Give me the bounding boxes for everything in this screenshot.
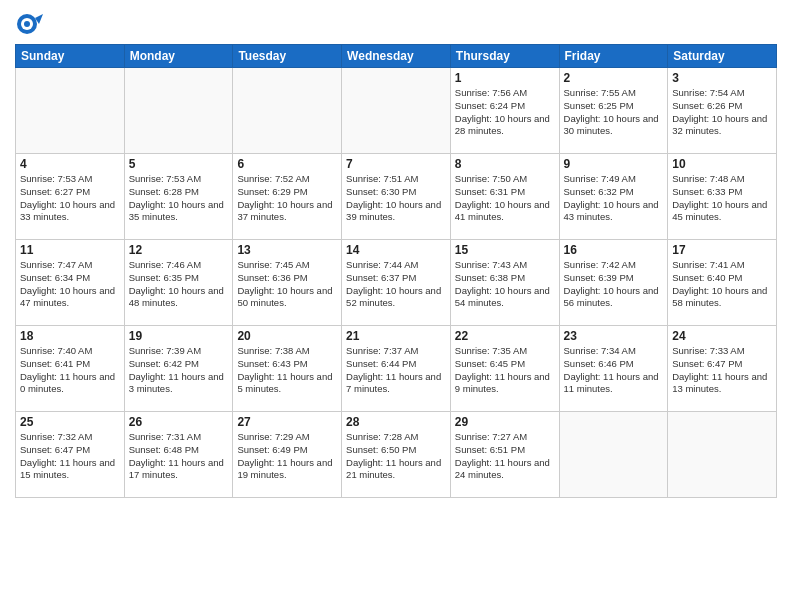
weekday-header-monday: Monday	[124, 45, 233, 68]
day-detail: Sunrise: 7:37 AM Sunset: 6:44 PM Dayligh…	[346, 345, 446, 396]
day-detail: Sunrise: 7:35 AM Sunset: 6:45 PM Dayligh…	[455, 345, 555, 396]
day-detail: Sunrise: 7:28 AM Sunset: 6:50 PM Dayligh…	[346, 431, 446, 482]
calendar-cell: 29Sunrise: 7:27 AM Sunset: 6:51 PM Dayli…	[450, 412, 559, 498]
day-number: 6	[237, 157, 337, 171]
day-number: 11	[20, 243, 120, 257]
calendar-cell: 24Sunrise: 7:33 AM Sunset: 6:47 PM Dayli…	[668, 326, 777, 412]
header	[15, 10, 777, 38]
calendar-cell	[233, 68, 342, 154]
day-detail: Sunrise: 7:51 AM Sunset: 6:30 PM Dayligh…	[346, 173, 446, 224]
day-number: 15	[455, 243, 555, 257]
calendar-cell: 2Sunrise: 7:55 AM Sunset: 6:25 PM Daylig…	[559, 68, 668, 154]
day-number: 24	[672, 329, 772, 343]
calendar-cell	[668, 412, 777, 498]
day-detail: Sunrise: 7:54 AM Sunset: 6:26 PM Dayligh…	[672, 87, 772, 138]
calendar-cell: 19Sunrise: 7:39 AM Sunset: 6:42 PM Dayli…	[124, 326, 233, 412]
week-row-4: 18Sunrise: 7:40 AM Sunset: 6:41 PM Dayli…	[16, 326, 777, 412]
calendar-cell: 10Sunrise: 7:48 AM Sunset: 6:33 PM Dayli…	[668, 154, 777, 240]
week-row-3: 11Sunrise: 7:47 AM Sunset: 6:34 PM Dayli…	[16, 240, 777, 326]
page: SundayMondayTuesdayWednesdayThursdayFrid…	[0, 0, 792, 612]
day-number: 5	[129, 157, 229, 171]
day-detail: Sunrise: 7:55 AM Sunset: 6:25 PM Dayligh…	[564, 87, 664, 138]
day-detail: Sunrise: 7:46 AM Sunset: 6:35 PM Dayligh…	[129, 259, 229, 310]
calendar-cell: 18Sunrise: 7:40 AM Sunset: 6:41 PM Dayli…	[16, 326, 125, 412]
day-detail: Sunrise: 7:53 AM Sunset: 6:28 PM Dayligh…	[129, 173, 229, 224]
day-number: 17	[672, 243, 772, 257]
calendar-cell: 12Sunrise: 7:46 AM Sunset: 6:35 PM Dayli…	[124, 240, 233, 326]
day-detail: Sunrise: 7:47 AM Sunset: 6:34 PM Dayligh…	[20, 259, 120, 310]
day-number: 2	[564, 71, 664, 85]
day-number: 16	[564, 243, 664, 257]
day-detail: Sunrise: 7:33 AM Sunset: 6:47 PM Dayligh…	[672, 345, 772, 396]
svg-point-2	[24, 21, 30, 27]
calendar-cell: 13Sunrise: 7:45 AM Sunset: 6:36 PM Dayli…	[233, 240, 342, 326]
calendar-cell: 27Sunrise: 7:29 AM Sunset: 6:49 PM Dayli…	[233, 412, 342, 498]
day-detail: Sunrise: 7:43 AM Sunset: 6:38 PM Dayligh…	[455, 259, 555, 310]
day-detail: Sunrise: 7:53 AM Sunset: 6:27 PM Dayligh…	[20, 173, 120, 224]
day-detail: Sunrise: 7:29 AM Sunset: 6:49 PM Dayligh…	[237, 431, 337, 482]
calendar-cell: 11Sunrise: 7:47 AM Sunset: 6:34 PM Dayli…	[16, 240, 125, 326]
day-number: 25	[20, 415, 120, 429]
day-number: 8	[455, 157, 555, 171]
calendar-cell: 15Sunrise: 7:43 AM Sunset: 6:38 PM Dayli…	[450, 240, 559, 326]
day-number: 26	[129, 415, 229, 429]
day-detail: Sunrise: 7:41 AM Sunset: 6:40 PM Dayligh…	[672, 259, 772, 310]
day-number: 1	[455, 71, 555, 85]
calendar-cell: 20Sunrise: 7:38 AM Sunset: 6:43 PM Dayli…	[233, 326, 342, 412]
logo	[15, 10, 47, 38]
calendar-cell	[559, 412, 668, 498]
day-detail: Sunrise: 7:38 AM Sunset: 6:43 PM Dayligh…	[237, 345, 337, 396]
day-number: 28	[346, 415, 446, 429]
weekday-row: SundayMondayTuesdayWednesdayThursdayFrid…	[16, 45, 777, 68]
week-row-5: 25Sunrise: 7:32 AM Sunset: 6:47 PM Dayli…	[16, 412, 777, 498]
calendar-cell: 23Sunrise: 7:34 AM Sunset: 6:46 PM Dayli…	[559, 326, 668, 412]
day-number: 27	[237, 415, 337, 429]
calendar-cell: 8Sunrise: 7:50 AM Sunset: 6:31 PM Daylig…	[450, 154, 559, 240]
day-detail: Sunrise: 7:52 AM Sunset: 6:29 PM Dayligh…	[237, 173, 337, 224]
day-number: 22	[455, 329, 555, 343]
weekday-header-friday: Friday	[559, 45, 668, 68]
calendar-cell: 1Sunrise: 7:56 AM Sunset: 6:24 PM Daylig…	[450, 68, 559, 154]
day-detail: Sunrise: 7:45 AM Sunset: 6:36 PM Dayligh…	[237, 259, 337, 310]
calendar-cell	[342, 68, 451, 154]
calendar-cell: 4Sunrise: 7:53 AM Sunset: 6:27 PM Daylig…	[16, 154, 125, 240]
weekday-header-saturday: Saturday	[668, 45, 777, 68]
calendar-cell: 21Sunrise: 7:37 AM Sunset: 6:44 PM Dayli…	[342, 326, 451, 412]
day-number: 20	[237, 329, 337, 343]
day-number: 29	[455, 415, 555, 429]
calendar-cell: 28Sunrise: 7:28 AM Sunset: 6:50 PM Dayli…	[342, 412, 451, 498]
weekday-header-sunday: Sunday	[16, 45, 125, 68]
weekday-header-thursday: Thursday	[450, 45, 559, 68]
day-detail: Sunrise: 7:32 AM Sunset: 6:47 PM Dayligh…	[20, 431, 120, 482]
calendar-cell: 5Sunrise: 7:53 AM Sunset: 6:28 PM Daylig…	[124, 154, 233, 240]
calendar-cell: 25Sunrise: 7:32 AM Sunset: 6:47 PM Dayli…	[16, 412, 125, 498]
logo-icon	[15, 10, 43, 38]
calendar-cell: 22Sunrise: 7:35 AM Sunset: 6:45 PM Dayli…	[450, 326, 559, 412]
calendar-cell: 14Sunrise: 7:44 AM Sunset: 6:37 PM Dayli…	[342, 240, 451, 326]
weekday-header-wednesday: Wednesday	[342, 45, 451, 68]
calendar-cell: 3Sunrise: 7:54 AM Sunset: 6:26 PM Daylig…	[668, 68, 777, 154]
calendar-cell	[16, 68, 125, 154]
day-number: 14	[346, 243, 446, 257]
day-detail: Sunrise: 7:27 AM Sunset: 6:51 PM Dayligh…	[455, 431, 555, 482]
day-detail: Sunrise: 7:31 AM Sunset: 6:48 PM Dayligh…	[129, 431, 229, 482]
day-detail: Sunrise: 7:48 AM Sunset: 6:33 PM Dayligh…	[672, 173, 772, 224]
calendar-cell: 9Sunrise: 7:49 AM Sunset: 6:32 PM Daylig…	[559, 154, 668, 240]
calendar-cell: 6Sunrise: 7:52 AM Sunset: 6:29 PM Daylig…	[233, 154, 342, 240]
day-detail: Sunrise: 7:39 AM Sunset: 6:42 PM Dayligh…	[129, 345, 229, 396]
day-detail: Sunrise: 7:44 AM Sunset: 6:37 PM Dayligh…	[346, 259, 446, 310]
day-number: 12	[129, 243, 229, 257]
day-number: 4	[20, 157, 120, 171]
calendar-cell: 17Sunrise: 7:41 AM Sunset: 6:40 PM Dayli…	[668, 240, 777, 326]
day-detail: Sunrise: 7:34 AM Sunset: 6:46 PM Dayligh…	[564, 345, 664, 396]
week-row-1: 1Sunrise: 7:56 AM Sunset: 6:24 PM Daylig…	[16, 68, 777, 154]
calendar-cell: 7Sunrise: 7:51 AM Sunset: 6:30 PM Daylig…	[342, 154, 451, 240]
day-number: 3	[672, 71, 772, 85]
day-number: 9	[564, 157, 664, 171]
day-detail: Sunrise: 7:50 AM Sunset: 6:31 PM Dayligh…	[455, 173, 555, 224]
calendar-body: 1Sunrise: 7:56 AM Sunset: 6:24 PM Daylig…	[16, 68, 777, 498]
day-detail: Sunrise: 7:49 AM Sunset: 6:32 PM Dayligh…	[564, 173, 664, 224]
calendar-table: SundayMondayTuesdayWednesdayThursdayFrid…	[15, 44, 777, 498]
day-number: 13	[237, 243, 337, 257]
calendar-header: SundayMondayTuesdayWednesdayThursdayFrid…	[16, 45, 777, 68]
